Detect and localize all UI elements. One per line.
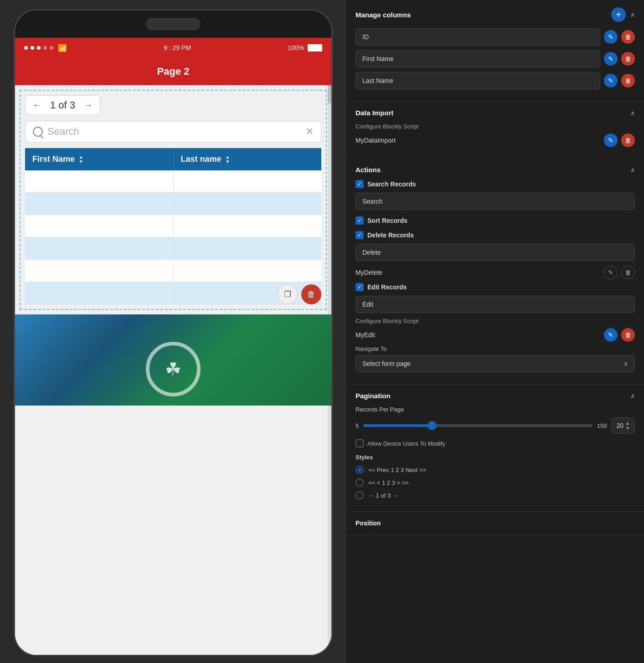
table-row bbox=[25, 170, 321, 193]
slider-row: 5 150 20 ▲ ▼ bbox=[355, 417, 635, 434]
manage-columns-toggle[interactable]: ∧ bbox=[630, 11, 635, 18]
table-header: First Name ▲▼ Last name ▲▼ bbox=[25, 148, 321, 170]
manage-columns-title: Manage columns bbox=[355, 11, 411, 19]
phone-content: ← 1 of 3 → Search ✕ First Name bbox=[15, 85, 331, 655]
edit-records-input[interactable] bbox=[355, 296, 635, 313]
signal-dot-4 bbox=[43, 46, 47, 50]
phone-notch bbox=[146, 18, 201, 31]
edit-records-checkbox[interactable]: ✓ bbox=[355, 283, 364, 291]
phone-bottom-image: ☘ bbox=[15, 314, 331, 406]
radio-dot-3[interactable] bbox=[355, 491, 364, 499]
search-records-input[interactable] bbox=[355, 193, 635, 210]
delete-mydelete-button[interactable]: 🗑 bbox=[621, 266, 635, 279]
column-input-firstname[interactable] bbox=[355, 50, 600, 67]
allow-modify-checkbox[interactable] bbox=[355, 439, 364, 447]
page-info: 1 of 3 bbox=[50, 99, 75, 111]
stepper-up[interactable]: ▲ bbox=[625, 421, 630, 426]
radio-option-2[interactable]: << < 1 2 3 > >> bbox=[355, 478, 635, 487]
copy-button[interactable]: ❐ bbox=[278, 284, 298, 304]
stepper-down[interactable]: ▼ bbox=[625, 426, 630, 431]
stepper-arrows[interactable]: ▲ ▼ bbox=[625, 421, 630, 431]
import-actions: ✎ 🗑 bbox=[604, 134, 635, 147]
add-column-button[interactable]: + bbox=[611, 7, 626, 22]
status-left: 📶 bbox=[24, 44, 67, 52]
mydelete-actions: ✎ 🗑 bbox=[604, 266, 635, 279]
delete-column-firstname-button[interactable]: 🗑 bbox=[621, 52, 635, 66]
styles-label: Styles bbox=[355, 454, 373, 461]
prev-arrow[interactable]: ← bbox=[33, 101, 41, 110]
page-value-box[interactable]: 20 ▲ ▼ bbox=[612, 417, 635, 434]
search-records-label: Search Records bbox=[367, 180, 416, 188]
edit-column-id-button[interactable]: ✎ bbox=[604, 30, 618, 44]
edit-myedit-button[interactable]: ✎ bbox=[604, 328, 618, 342]
pagination-title: Pagination bbox=[355, 392, 391, 400]
data-import-toggle[interactable]: ∧ bbox=[630, 109, 635, 117]
table-cell bbox=[25, 193, 174, 215]
myedit-name: MyEdit bbox=[355, 331, 375, 339]
table-cell bbox=[25, 282, 174, 304]
myedit-row: MyEdit ✎ 🗑 bbox=[355, 328, 635, 342]
next-arrow[interactable]: → bbox=[84, 101, 93, 110]
table-row bbox=[25, 215, 321, 237]
column-input-id[interactable] bbox=[355, 28, 600, 46]
table-cell bbox=[25, 260, 174, 282]
navigate-to-dropdown[interactable]: Select form page ∨ bbox=[355, 355, 635, 372]
data-import-section: Data Import ∧ Configure Blockly Script M… bbox=[346, 102, 644, 159]
action-buttons: ❐ 🗑 bbox=[278, 284, 321, 304]
delete-column-id-button[interactable]: 🗑 bbox=[621, 30, 635, 44]
table-body bbox=[25, 170, 321, 304]
mydelete-row: MyDelete ✎ 🗑 bbox=[355, 266, 635, 279]
slider-thumb[interactable] bbox=[428, 421, 437, 430]
slider-track[interactable] bbox=[363, 424, 592, 427]
delete-records-input[interactable] bbox=[355, 244, 635, 261]
delete-records-checkbox[interactable]: ✓ bbox=[355, 231, 364, 239]
radio-dot-2[interactable] bbox=[355, 478, 364, 487]
sort-arrows-firstname[interactable]: ▲▼ bbox=[79, 155, 83, 164]
delete-myedit-button[interactable]: 🗑 bbox=[621, 328, 635, 342]
table-row bbox=[25, 282, 321, 304]
sort-arrows-lastname[interactable]: ▲▼ bbox=[226, 155, 230, 164]
edit-mydelete-button[interactable]: ✎ bbox=[604, 266, 618, 279]
myedit-actions: ✎ 🗑 bbox=[604, 328, 635, 342]
chevron-down-icon: ∨ bbox=[623, 360, 628, 367]
actions-title: Actions bbox=[355, 166, 381, 174]
search-records-checkbox[interactable]: ✓ bbox=[355, 180, 364, 188]
battery-percent: 100% bbox=[288, 44, 304, 51]
column-input-lastname[interactable] bbox=[355, 72, 600, 89]
sort-records-checkbox[interactable]: ✓ bbox=[355, 216, 364, 225]
mydelete-name: MyDelete bbox=[355, 269, 382, 276]
table-cell bbox=[25, 170, 174, 192]
signal-dot-3 bbox=[37, 46, 41, 50]
bottom-circle-emblem: ☘ bbox=[146, 342, 201, 396]
edit-records-label: Edit Records bbox=[367, 283, 407, 291]
delete-column-lastname-button[interactable]: 🗑 bbox=[621, 74, 635, 87]
search-bar[interactable]: Search ✕ bbox=[25, 121, 321, 143]
search-clear-icon[interactable]: ✕ bbox=[305, 126, 314, 138]
edit-records-row: ✓ Edit Records bbox=[355, 283, 635, 291]
delete-import-button[interactable]: 🗑 bbox=[621, 134, 635, 147]
slider-fill bbox=[363, 424, 432, 427]
table-cell bbox=[174, 170, 322, 192]
position-label: Position bbox=[355, 519, 381, 527]
battery-icon bbox=[308, 44, 322, 51]
delete-button[interactable]: 🗑 bbox=[301, 284, 321, 304]
table-cell bbox=[174, 215, 322, 237]
pagination-header: Pagination ∧ bbox=[355, 392, 635, 400]
phone-screen: 📶 9 : 29 PM 100% Page 2 bbox=[15, 38, 331, 655]
pagination-nav[interactable]: ← 1 of 3 → bbox=[25, 95, 100, 115]
edit-column-lastname-button[interactable]: ✎ bbox=[604, 74, 618, 87]
actions-toggle[interactable]: ∧ bbox=[630, 166, 635, 174]
radio-option-1[interactable]: << Prev 1 2 3 Next >> bbox=[355, 466, 635, 474]
radio-dot-1[interactable] bbox=[355, 466, 364, 474]
configure-blockly-script-link[interactable]: Configure Blockly Script bbox=[355, 123, 635, 130]
phone-top-bar bbox=[15, 10, 331, 38]
search-icon bbox=[33, 127, 43, 137]
edit-column-firstname-button[interactable]: ✎ bbox=[604, 52, 618, 66]
col-header-lastname[interactable]: Last name ▲▼ bbox=[174, 148, 322, 170]
configure-blockly-edit-link[interactable]: Configure Blockly Script bbox=[355, 318, 635, 324]
col-header-firstname[interactable]: First Name ▲▼ bbox=[25, 148, 174, 170]
radio-option-3[interactable]: ← 1 of 3 → bbox=[355, 491, 635, 499]
pagination-toggle[interactable]: ∧ bbox=[630, 392, 635, 400]
status-time: 9 : 29 PM bbox=[164, 44, 191, 51]
edit-import-button[interactable]: ✎ bbox=[604, 134, 618, 147]
